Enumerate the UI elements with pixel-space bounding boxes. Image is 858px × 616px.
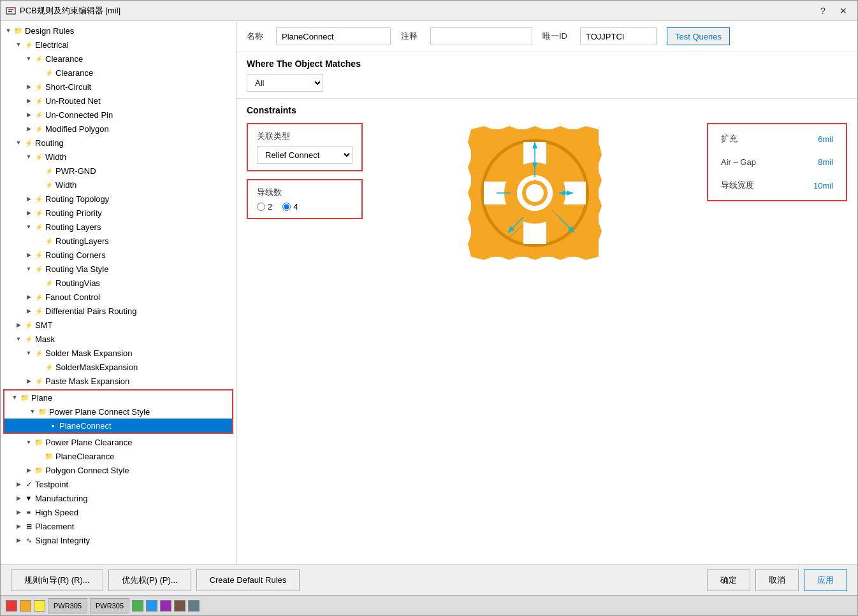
tree-item-routing-via-style[interactable]: Routing Via Style xyxy=(1,262,236,276)
tree-label-signal-integrity: Signal Integrity xyxy=(35,536,90,545)
modified-polygon-icon xyxy=(34,124,44,134)
air-gap-label: Air – Gap xyxy=(721,157,756,167)
solder-mask-expansion-icon xyxy=(34,348,44,358)
priority-button[interactable]: 优先权(P) (P)... xyxy=(108,569,191,591)
conductor-count-label: 导线数 xyxy=(257,187,353,198)
radio-2-item[interactable]: 2 xyxy=(257,202,272,211)
tree-label-smt: SMT xyxy=(35,320,52,330)
expander-diff-pairs-routing xyxy=(24,306,34,316)
tree-item-polygon-connect-style[interactable]: Polygon Connect Style xyxy=(1,463,236,477)
clearance-group-icon xyxy=(34,54,44,64)
tree-item-electrical[interactable]: Electrical xyxy=(1,38,236,52)
tree-item-power-plane-clearance[interactable]: Power Plane Clearance xyxy=(1,435,236,449)
tree-item-mask[interactable]: Mask xyxy=(1,332,236,346)
where-matches-title: Where The Object Matches xyxy=(247,59,847,69)
close-button[interactable]: ✕ xyxy=(834,3,852,18)
tree-label-routing-layers-item: RoutingLayers xyxy=(55,236,109,246)
taskbar-swatch-grey xyxy=(188,600,200,612)
constraint-type-select[interactable]: Relief Connect Direct Connect No Connect xyxy=(257,146,353,164)
taskbar-item-1[interactable]: PWR305 xyxy=(48,598,87,613)
tree-item-clearance-group[interactable]: Clearance xyxy=(1,52,236,66)
tree-item-smt[interactable]: SMT xyxy=(1,318,236,332)
taskbar-item-2[interactable]: PWR305 xyxy=(90,598,129,613)
tree-item-solder-mask-expansion[interactable]: Solder Mask Expansion xyxy=(1,346,236,360)
cancel-button[interactable]: 取消 xyxy=(755,569,799,591)
title-bar: PCB规则及约束编辑器 [mil] ? ✕ xyxy=(1,1,857,21)
tree-item-manufacturing[interactable]: ▼ Manufacturing xyxy=(1,491,236,505)
routing-priority-icon xyxy=(34,208,44,218)
tree-label-pwr-gnd: PWR-GND xyxy=(55,166,96,176)
confirm-button[interactable]: 确定 xyxy=(707,569,750,591)
uid-input[interactable] xyxy=(580,27,657,45)
tree-item-plane-connect[interactable]: ▪ PlaneConnect xyxy=(4,419,232,433)
diagram-area xyxy=(375,123,694,263)
high-speed-icon: ≡ xyxy=(24,507,34,517)
tree-label-polygon-connect-style: Polygon Connect Style xyxy=(45,466,129,475)
taskbar-swatch-yellow xyxy=(34,600,45,612)
routing-vias-icon xyxy=(44,278,54,288)
tree-item-pwr-gnd[interactable]: PWR-GND xyxy=(1,164,236,178)
tree-item-plane-clearance[interactable]: PlaneClearance xyxy=(1,449,236,463)
folder-icon xyxy=(13,25,24,36)
tree-label-diff-pairs-routing: Differential Pairs Routing xyxy=(45,306,137,316)
apply-button[interactable]: 应用 xyxy=(804,569,847,591)
expander-routing-vias xyxy=(34,278,44,288)
thermal-relief-diagram xyxy=(465,123,605,263)
help-button[interactable]: ? xyxy=(814,3,832,18)
expander-routing-priority xyxy=(24,208,34,218)
tree-item-un-connected-pin[interactable]: Un-Connected Pin xyxy=(1,108,236,122)
tree-item-modified-polygon[interactable]: Modified Polygon xyxy=(1,122,236,136)
test-queries-button[interactable]: Test Queries xyxy=(667,27,730,45)
tree-item-high-speed[interactable]: ≡ High Speed xyxy=(1,505,236,519)
right-panel: 名称 注释 唯一ID Test Queries Where The Object… xyxy=(236,21,857,564)
power-plane-clearance-icon xyxy=(34,437,44,447)
plane-icon xyxy=(20,392,30,403)
expander-routing-layers-item xyxy=(34,236,44,246)
placement-icon: ⊞ xyxy=(24,521,34,531)
name-input[interactable] xyxy=(276,27,391,45)
tree-label-clearance-group: Clearance xyxy=(45,54,83,64)
tree-item-routing-vias[interactable]: RoutingVias xyxy=(1,276,236,290)
tree-item-routing-corners[interactable]: Routing Corners xyxy=(1,248,236,262)
routing-via-style-icon xyxy=(34,264,44,274)
tree-item-routing-topology[interactable]: Routing Topology xyxy=(1,192,236,206)
tree-item-short-circuit[interactable]: Short-Circuit xyxy=(1,80,236,94)
tree-item-routing-layers[interactable]: Routing Layers xyxy=(1,220,236,234)
short-circuit-icon xyxy=(34,82,44,92)
tree-item-un-routed-net[interactable]: Un-Routed Net xyxy=(1,94,236,108)
tree-item-power-plane-connect[interactable]: Power Plane Connect Style xyxy=(4,405,232,419)
expander-testpoint xyxy=(13,479,24,489)
tree-item-plane[interactable]: Plane xyxy=(4,390,232,405)
tree-item-width-group[interactable]: Width xyxy=(1,150,236,164)
radio-2-label: 2 xyxy=(268,202,272,211)
tree-item-diff-pairs-routing[interactable]: Differential Pairs Routing xyxy=(1,304,236,318)
taskbar-swatch-green xyxy=(132,600,143,612)
tree-item-signal-integrity[interactable]: ∿ Signal Integrity xyxy=(1,533,236,547)
tree-item-routing-layers-item[interactable]: RoutingLayers xyxy=(1,234,236,248)
expansion-value: 6mil xyxy=(818,134,833,144)
comment-input[interactable] xyxy=(430,27,532,45)
tree-label-mask: Mask xyxy=(35,334,55,344)
tree-label-routing-layers: Routing Layers xyxy=(45,222,101,232)
tree-item-width[interactable]: Width xyxy=(1,178,236,192)
rules-wizard-button[interactable]: 规则向导(R) (R)... xyxy=(11,569,103,591)
tree-item-clearance[interactable]: Clearance xyxy=(1,66,236,80)
where-matches-select[interactable]: All xyxy=(247,74,323,92)
tree-item-placement[interactable]: ⊞ Placement xyxy=(1,519,236,533)
tree-item-routing[interactable]: Routing xyxy=(1,136,236,150)
expander-clearance-group xyxy=(24,54,34,64)
tree-label-solder-mask-exp-item: SolderMaskExpansion xyxy=(55,362,138,372)
radio-2[interactable] xyxy=(257,203,265,211)
tree-item-solder-mask-exp-item[interactable]: SolderMaskExpansion xyxy=(1,360,236,374)
routing-icon xyxy=(24,138,34,148)
tree-item-paste-mask-expansion[interactable]: Paste Mask Expansion xyxy=(1,374,236,388)
tree-item-design-rules[interactable]: Design Rules xyxy=(1,24,236,38)
tree-label-modified-polygon: Modified Polygon xyxy=(45,124,109,134)
create-default-rules-button[interactable]: Create Default Rules xyxy=(196,569,300,591)
radio-4[interactable] xyxy=(282,203,291,211)
tree-item-routing-priority[interactable]: Routing Priority xyxy=(1,206,236,220)
radio-4-item[interactable]: 4 xyxy=(282,202,298,211)
tree-item-fanout-control[interactable]: Fanout Control xyxy=(1,290,236,304)
tree-item-testpoint[interactable]: ✓ Testpoint xyxy=(1,477,236,491)
taskbar: PWR305 PWR305 xyxy=(1,595,857,615)
